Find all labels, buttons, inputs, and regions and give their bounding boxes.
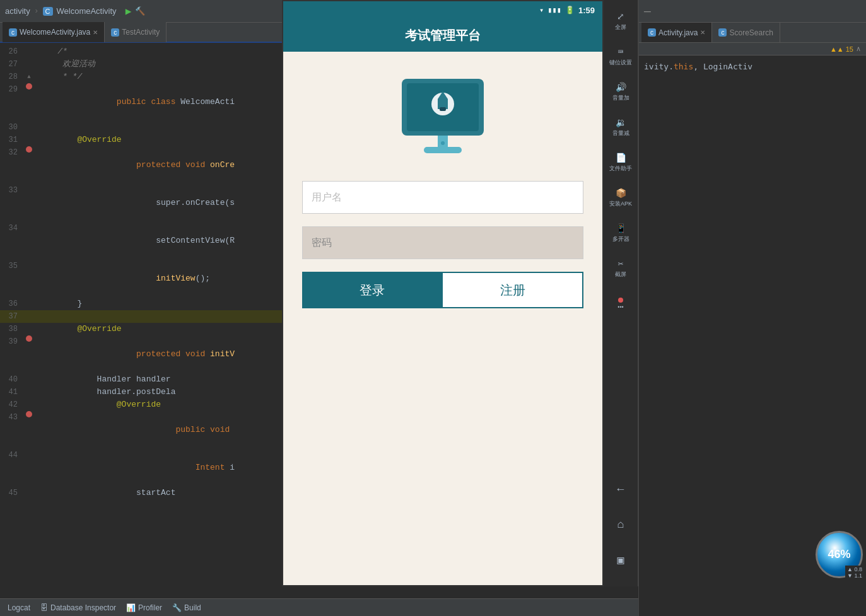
breadcrumb-welcome-activity[interactable]: WelcomeActivity (57, 6, 117, 16)
volume-up-icon: 🔊 (616, 82, 626, 93)
tab-test-activity[interactable]: c TestActivity (105, 22, 167, 42)
widget-stats: ▲ 0.8 ▼ 1.1 (845, 566, 864, 579)
profiler-tab[interactable]: 📊 Profiler (126, 603, 162, 612)
battery-icon: 🔋 (565, 6, 575, 15)
login-button[interactable]: 登录 (302, 272, 442, 308)
more-tool[interactable]: ••• (605, 288, 636, 320)
volume-down-icon: 🔉 (616, 117, 626, 128)
file-assistant-tool[interactable]: 📄 文件助手 (605, 146, 636, 179)
expand-icon[interactable]: ∧ (856, 45, 861, 53)
svg-point-7 (441, 141, 445, 145)
widget-percent: 46% (828, 548, 850, 561)
tab1-close[interactable]: ✕ (93, 29, 98, 36)
fullscreen-icon: ⤢ (617, 11, 624, 22)
right-tab-activity[interactable]: c Activity.java ✕ (641, 23, 712, 43)
volume-down-tool[interactable]: 🔉 音量减 (605, 111, 636, 144)
right-tab2-label: ScoreSearch (729, 28, 773, 37)
svg-rect-6 (424, 147, 462, 153)
right-tab1-close[interactable]: ✕ (700, 29, 705, 36)
breakpoint-39[interactable] (26, 335, 32, 342)
right-code-content: ivity.this, LoginActiv (639, 55, 866, 78)
signal-icon: ▮▮▮ (547, 6, 561, 15)
volume-up-label: 音量加 (612, 94, 629, 102)
back-icon: ← (617, 483, 624, 496)
status-time: 1:59 (578, 6, 595, 15)
tab2-label: TestActivity (122, 28, 160, 37)
more-label: ••• (617, 304, 623, 310)
right-minimize-icon[interactable]: — (644, 5, 651, 18)
install-label: 安装APK (609, 200, 632, 208)
right-tab-bar: c Activity.java ✕ c ScoreSearch (639, 23, 866, 43)
breakpoint-32[interactable] (26, 146, 32, 153)
username-placeholder: 用户名 (312, 191, 342, 204)
volume-up-tool[interactable]: 🔊 音量加 (605, 76, 636, 108)
warning-bar: ▲ ▲ 15 ∧ (639, 43, 866, 55)
more-dot (618, 298, 623, 303)
screenshot-icon: ✂ (618, 259, 623, 269)
file-label: 文件助手 (609, 165, 632, 173)
profiler-icon: 📊 (126, 603, 136, 612)
tab-lang-c1: c (9, 28, 17, 37)
home-icon: ⌂ (617, 518, 624, 531)
screenshot-tool[interactable]: ✂ 截屏 (605, 252, 636, 285)
multi-label: 多开器 (612, 235, 629, 243)
fullscreen-label: 全屏 (615, 23, 626, 32)
emulator: ▾ ▮▮▮ 🔋 1:59 考试管理平台 (282, 0, 604, 586)
volume-down-label: 音量减 (612, 129, 629, 137)
wifi-icon: ▾ (539, 6, 544, 15)
logcat-label: Logcat (8, 603, 30, 612)
button-row: 登录 注册 (302, 272, 583, 308)
keyboard-icon: ⌨ (618, 47, 623, 57)
warning-icon: ▲ (830, 45, 837, 53)
app-logo-container (392, 71, 493, 168)
password-placeholder: 密码 (312, 236, 332, 250)
square-icon: ▣ (617, 553, 624, 567)
db-icon: 🗄 (40, 603, 48, 612)
app-content: 用户名 密码 登录 注册 (283, 52, 602, 585)
tab-welcome-activity[interactable]: c WelcomeActivity.java ✕ (3, 22, 105, 42)
build-icon2: 🔧 (172, 603, 182, 612)
right-ide-panel: — c Activity.java ✕ c ScoreSearch ▲ ▲ 15… (638, 0, 866, 616)
square-button[interactable]: ▣ (605, 543, 636, 576)
file-icon: 📄 (616, 153, 626, 163)
widget-container: 46% ▲ 0.8 ▼ 1.1 (816, 531, 863, 578)
tab-lang-c2: c (111, 28, 119, 37)
profiler-label: Profiler (138, 603, 162, 612)
app-title-bar: 考试管理平台 (283, 19, 602, 52)
breakpoint-43[interactable] (26, 411, 32, 417)
warning-count: ▲ 15 (837, 45, 853, 53)
multi-open-tool[interactable]: 📱 多开器 (605, 217, 636, 250)
register-button[interactable]: 注册 (442, 272, 583, 308)
screenshot-label: 截屏 (615, 270, 626, 279)
keyboard-label: 键位设置 (609, 59, 632, 67)
breakpoint-29[interactable] (26, 83, 32, 90)
install-icon: 📦 (616, 188, 626, 199)
back-button[interactable]: ← (605, 473, 636, 506)
db-label: Database Inspector (50, 603, 116, 612)
logcat-tab[interactable]: Logcat (8, 603, 30, 612)
svg-rect-4 (440, 107, 446, 111)
run-icon[interactable]: ▶ (126, 5, 132, 18)
fold-26 (26, 45, 32, 52)
build-tab[interactable]: 🔧 Build (172, 603, 201, 612)
build-icon: 🔨 (135, 6, 145, 16)
emulator-status-bar: ▾ ▮▮▮ 🔋 1:59 (283, 1, 602, 19)
right-code-line: ivity.this, LoginActiv (644, 61, 861, 73)
right-tab-score[interactable]: c ScoreSearch (712, 23, 780, 43)
monitor-svg (395, 76, 490, 164)
database-inspector-tab[interactable]: 🗄 Database Inspector (40, 603, 116, 612)
install-apk-tool[interactable]: 📦 安装APK (605, 182, 636, 214)
keyboard-tool[interactable]: ⌨ 键位设置 (605, 40, 636, 73)
breadcrumb-activity[interactable]: activity (5, 6, 30, 16)
password-input[interactable]: 密码 (302, 226, 583, 259)
build-label: Build (184, 603, 201, 612)
tab1-label: WelcomeActivity.java (20, 28, 90, 37)
fullscreen-tool[interactable]: ⤢ 全屏 (605, 5, 636, 38)
right-top-bar: — (639, 0, 866, 23)
app-title: 考试管理平台 (405, 27, 481, 44)
username-input[interactable]: 用户名 (302, 181, 583, 214)
multi-icon: 📱 (616, 223, 626, 234)
right-tab1-label: Activity.java (658, 28, 698, 37)
emulator-screen: 考试管理平台 (283, 19, 602, 585)
home-button[interactable]: ⌂ (605, 508, 636, 541)
